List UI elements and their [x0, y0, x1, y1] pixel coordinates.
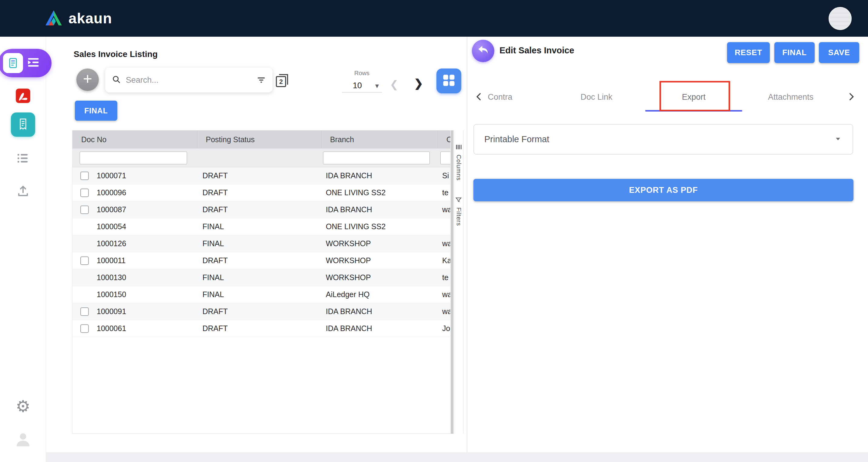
footer-strip	[46, 452, 868, 462]
duplicate-pages-icon[interactable]: 2	[274, 71, 291, 89]
cell-branch: ONE LIVING SS2	[321, 222, 438, 231]
cell-posting-status: DRAFT	[197, 188, 321, 197]
tab-attachments[interactable]: Attachments	[757, 92, 824, 102]
cell-branch: ONE LIVING SS2	[321, 188, 438, 197]
search-input[interactable]	[126, 75, 252, 85]
sidebar-item-sales-invoice-active[interactable]	[11, 113, 35, 137]
tab-export[interactable]: Export	[660, 92, 727, 102]
rows-value: 10	[353, 81, 362, 90]
cell-branch: IDA BRANCH	[321, 307, 438, 316]
table-row[interactable]: 1000150 FINAL AiLedger HQ wa	[72, 286, 451, 303]
sidebar-item-upload[interactable]	[0, 183, 46, 198]
caret-down-icon: ▾	[375, 82, 379, 90]
settings-gear-icon[interactable]: ⚙	[0, 398, 46, 414]
filter-input-branch[interactable]	[323, 152, 430, 164]
final-filter-button[interactable]: FINAL	[75, 101, 117, 121]
save-button[interactable]: SAVE	[819, 42, 859, 63]
table-row[interactable]: 1000011 DRAFT WORKSHOP Ka	[72, 252, 451, 269]
cell-posting-status: DRAFT	[197, 256, 321, 265]
rows-per-page-select[interactable]: Rows 10 ▾	[342, 70, 382, 92]
row-checkbox[interactable]	[80, 256, 89, 265]
akaun-triangle-icon	[44, 10, 63, 27]
active-app-pill[interactable]	[0, 49, 52, 77]
cell-customer: wa	[438, 290, 451, 299]
tab-doc-link[interactable]: Doc Link	[563, 92, 630, 102]
cell-doc-no: 1000130	[97, 273, 126, 282]
cell-posting-status: DRAFT	[197, 205, 321, 214]
cell-doc-no: 1000054	[97, 222, 126, 231]
footer-person-icon[interactable]	[0, 431, 46, 448]
table-row[interactable]: 1000054 FINAL ONE LIVING SS2	[72, 218, 451, 235]
page-title: Sales Invoice Listing	[74, 50, 158, 59]
export-as-pdf-button[interactable]: EXPORT AS PDF	[473, 179, 854, 201]
cell-doc-no: 1000071	[97, 171, 126, 180]
final-button[interactable]: FINAL	[774, 42, 815, 63]
cell-posting-status: FINAL	[197, 222, 321, 231]
cell-doc-no: 1000126	[97, 239, 126, 248]
row-checkbox[interactable]	[80, 189, 89, 197]
printable-format-label: Printable Format	[484, 134, 549, 144]
row-checkbox[interactable]	[80, 307, 89, 316]
filter-list-icon[interactable]	[257, 75, 266, 85]
cell-doc-no: 1000091	[97, 307, 126, 316]
reset-button[interactable]: RESET	[727, 42, 770, 63]
cell-branch: WORKSHOP	[321, 273, 438, 282]
row-checkbox[interactable]	[80, 206, 89, 214]
user-avatar[interactable]	[829, 7, 851, 30]
tabs-scroll-right-icon[interactable]	[845, 91, 857, 103]
table-row[interactable]: 1000087 DRAFT IDA BRANCH wa	[72, 201, 451, 218]
table-header-row: Doc No Posting Status Branch Cu	[72, 130, 451, 149]
cell-posting-status: FINAL	[197, 290, 321, 299]
pdf-tool-icon[interactable]	[0, 88, 46, 104]
table-scrollbar[interactable]	[451, 130, 454, 434]
columns-panel-toggle[interactable]: Columns	[454, 144, 463, 181]
cell-branch: WORKSHOP	[321, 256, 438, 265]
table-filter-row	[72, 149, 451, 167]
row-checkbox[interactable]	[80, 172, 89, 180]
table-row[interactable]: 1000126 FINAL WORKSHOP wa	[72, 235, 451, 252]
grid-view-button[interactable]	[436, 68, 461, 93]
cell-customer: wa	[438, 307, 451, 316]
add-record-button[interactable]: +	[76, 68, 99, 91]
chevron-down-icon	[834, 134, 842, 144]
pagination-next-button[interactable]: ❯	[414, 77, 423, 90]
top-navbar: akaun	[0, 0, 868, 37]
back-button[interactable]	[472, 40, 494, 62]
cell-customer: te	[438, 188, 451, 197]
cell-customer: te	[438, 273, 451, 282]
column-header-doc-no[interactable]: Doc No	[72, 130, 197, 149]
table-row[interactable]: 1000061 DRAFT IDA BRANCH Jo	[72, 320, 451, 337]
pagination-prev-button[interactable]: ❮	[390, 78, 399, 90]
table-row[interactable]: 1000091 DRAFT IDA BRANCH wa	[72, 303, 451, 320]
active-tab-indicator	[645, 110, 742, 112]
cell-branch: IDA BRANCH	[321, 324, 438, 333]
invoice-app-icon	[3, 53, 23, 73]
filter-input-customer[interactable]	[440, 152, 451, 164]
column-header-customer[interactable]: Cu	[438, 130, 451, 149]
row-checkbox[interactable]	[80, 325, 89, 333]
reply-arrow-icon	[477, 44, 490, 58]
table-row[interactable]: 1000130 FINAL WORKSHOP te	[72, 269, 451, 286]
column-header-branch[interactable]: Branch	[321, 130, 438, 149]
cell-branch: AiLedger HQ	[321, 290, 438, 299]
column-header-posting-status[interactable]: Posting Status	[197, 130, 321, 149]
filters-panel-toggle[interactable]: Filters	[454, 196, 463, 226]
cell-branch: WORKSHOP	[321, 239, 438, 248]
cell-branch: IDA BRANCH	[321, 171, 438, 180]
cell-customer: wa	[438, 205, 451, 214]
sidebar-item-list[interactable]	[0, 151, 46, 165]
cell-posting-status: DRAFT	[197, 171, 321, 180]
plus-icon: +	[83, 71, 92, 87]
printable-format-select[interactable]: Printable Format	[473, 124, 853, 155]
filter-input-doc-no[interactable]	[80, 152, 187, 164]
apps-grid-icon	[441, 73, 456, 89]
table-row[interactable]: 1000071 DRAFT IDA BRANCH Si	[72, 167, 451, 184]
editor-title: Edit Sales Invoice	[499, 45, 574, 56]
tab-contra[interactable]: Contra	[467, 92, 533, 102]
table-row[interactable]: 1000096 DRAFT ONE LIVING SS2 te	[72, 184, 451, 201]
cell-customer: Si	[438, 171, 451, 180]
sidebar: ⚙	[0, 37, 46, 462]
brand-logo[interactable]: akaun	[44, 0, 112, 37]
funnel-icon	[455, 196, 462, 204]
cell-doc-no: 1000061	[97, 324, 126, 333]
